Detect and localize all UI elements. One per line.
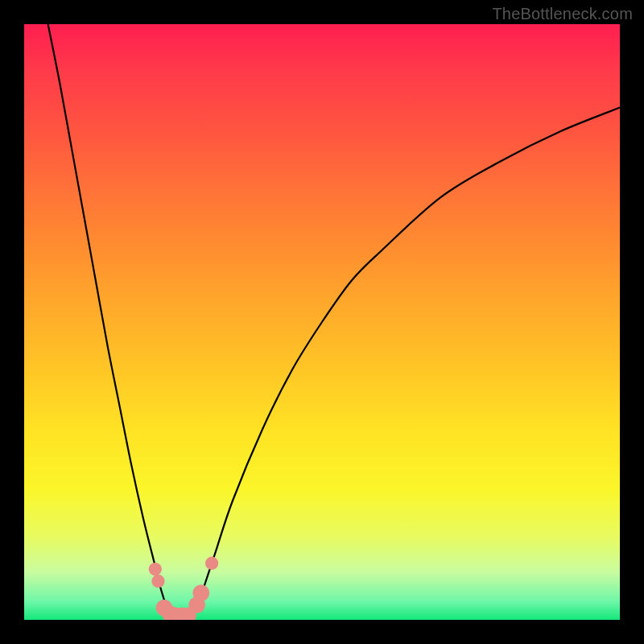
chart-svg [24,24,620,620]
curve-markers [149,557,219,620]
plot-area [24,24,620,620]
curve-marker [149,563,162,576]
curve-marker [151,575,164,588]
watermark-text: TheBottleneck.com [492,5,633,23]
curve-marker [192,584,209,601]
curve-marker [205,557,218,570]
left-curve [48,24,173,620]
right-curve [191,108,620,620]
